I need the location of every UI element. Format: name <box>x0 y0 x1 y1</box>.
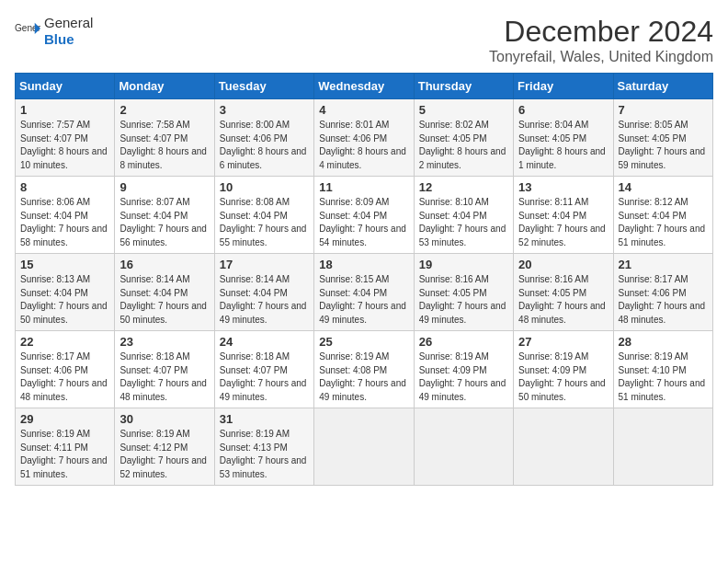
day-number: 6 <box>518 103 608 117</box>
day-content: Sunrise: 8:19 AMSunset: 4:10 PMDaylight:… <box>619 350 708 404</box>
calendar-day-cell: 8Sunrise: 8:06 AMSunset: 4:04 PMDaylight… <box>16 177 115 254</box>
calendar-day-cell: 23Sunrise: 8:18 AMSunset: 4:07 PMDayligh… <box>115 331 214 408</box>
logo-blue-text: Blue <box>44 31 74 47</box>
day-of-week-header: Monday <box>115 74 214 99</box>
calendar-day-cell: 2Sunrise: 7:58 AMSunset: 4:07 PMDaylight… <box>115 99 214 177</box>
month-title: December 2024 <box>489 15 713 49</box>
day-number: 24 <box>220 335 309 349</box>
calendar-day-cell: 6Sunrise: 8:04 AMSunset: 4:05 PMDaylight… <box>514 99 613 177</box>
day-content: Sunrise: 8:10 AMSunset: 4:04 PMDaylight:… <box>419 196 508 249</box>
empty-cell <box>514 408 613 486</box>
day-number: 30 <box>119 412 209 426</box>
day-number: 19 <box>419 258 508 271</box>
day-number: 5 <box>419 103 508 117</box>
day-number: 27 <box>518 335 608 349</box>
day-number: 13 <box>518 180 608 194</box>
day-content: Sunrise: 8:04 AMSunset: 4:05 PMDaylight:… <box>518 119 608 172</box>
logo-general-text: General <box>44 15 93 30</box>
calendar-day-cell: 30Sunrise: 8:19 AMSunset: 4:12 PMDayligh… <box>115 408 214 486</box>
day-number: 29 <box>20 412 109 426</box>
day-number: 10 <box>220 180 309 194</box>
empty-cell <box>414 408 513 486</box>
calendar-day-cell: 25Sunrise: 8:19 AMSunset: 4:08 PMDayligh… <box>314 331 414 408</box>
day-number: 23 <box>119 335 209 349</box>
location-subtitle: Tonyrefail, Wales, United Kingdom <box>489 49 713 65</box>
day-number: 3 <box>220 103 309 117</box>
day-number: 28 <box>619 335 708 349</box>
day-content: Sunrise: 8:14 AMSunset: 4:04 PMDaylight:… <box>119 273 209 327</box>
day-number: 17 <box>220 258 309 271</box>
day-number: 2 <box>119 103 209 117</box>
calendar-day-cell: 28Sunrise: 8:19 AMSunset: 4:10 PMDayligh… <box>613 331 712 408</box>
day-content: Sunrise: 8:14 AMSunset: 4:04 PMDaylight:… <box>220 273 309 327</box>
day-content: Sunrise: 8:17 AMSunset: 4:06 PMDaylight:… <box>20 350 109 404</box>
day-number: 26 <box>419 335 508 349</box>
calendar-day-cell: 1Sunrise: 7:57 AMSunset: 4:07 PMDaylight… <box>16 99 115 177</box>
calendar-day-cell: 10Sunrise: 8:08 AMSunset: 4:04 PMDayligh… <box>214 177 313 254</box>
calendar-day-cell: 3Sunrise: 8:00 AMSunset: 4:06 PMDaylight… <box>214 99 313 177</box>
day-of-week-header: Friday <box>514 74 613 99</box>
calendar-day-cell: 20Sunrise: 8:16 AMSunset: 4:05 PMDayligh… <box>514 254 613 331</box>
day-content: Sunrise: 7:57 AMSunset: 4:07 PMDaylight:… <box>20 119 109 172</box>
calendar-day-cell: 13Sunrise: 8:11 AMSunset: 4:04 PMDayligh… <box>514 177 613 254</box>
page-header: General General Blue December 2024 Tonyr… <box>15 15 713 65</box>
day-content: Sunrise: 8:19 AMSunset: 4:11 PMDaylight:… <box>20 428 109 481</box>
day-content: Sunrise: 8:01 AMSunset: 4:06 PMDaylight:… <box>319 119 408 172</box>
calendar-day-cell: 4Sunrise: 8:01 AMSunset: 4:06 PMDaylight… <box>314 99 414 177</box>
day-content: Sunrise: 8:19 AMSunset: 4:12 PMDaylight:… <box>119 428 209 481</box>
calendar-day-cell: 19Sunrise: 8:16 AMSunset: 4:05 PMDayligh… <box>414 254 513 331</box>
day-of-week-header: Sunday <box>16 74 115 99</box>
day-number: 22 <box>20 335 109 349</box>
day-content: Sunrise: 8:02 AMSunset: 4:05 PMDaylight:… <box>419 119 508 172</box>
calendar-day-cell: 16Sunrise: 8:14 AMSunset: 4:04 PMDayligh… <box>115 254 214 331</box>
day-of-week-header: Saturday <box>613 74 712 99</box>
calendar-day-cell: 15Sunrise: 8:13 AMSunset: 4:04 PMDayligh… <box>16 254 115 331</box>
day-number: 11 <box>319 180 408 194</box>
day-of-week-header: Tuesday <box>214 74 313 99</box>
day-content: Sunrise: 8:07 AMSunset: 4:04 PMDaylight:… <box>119 196 209 249</box>
calendar-day-cell: 21Sunrise: 8:17 AMSunset: 4:06 PMDayligh… <box>613 254 712 331</box>
day-content: Sunrise: 8:09 AMSunset: 4:04 PMDaylight:… <box>319 196 408 249</box>
day-content: Sunrise: 8:16 AMSunset: 4:05 PMDaylight:… <box>518 273 608 327</box>
title-block: December 2024 Tonyrefail, Wales, United … <box>489 15 713 65</box>
day-content: Sunrise: 8:00 AMSunset: 4:06 PMDaylight:… <box>220 119 309 172</box>
day-number: 15 <box>20 258 109 271</box>
calendar-day-cell: 5Sunrise: 8:02 AMSunset: 4:05 PMDaylight… <box>414 99 513 177</box>
day-content: Sunrise: 8:06 AMSunset: 4:04 PMDaylight:… <box>20 196 109 249</box>
calendar-day-cell: 9Sunrise: 8:07 AMSunset: 4:04 PMDaylight… <box>115 177 214 254</box>
day-content: Sunrise: 8:19 AMSunset: 4:13 PMDaylight:… <box>220 428 309 481</box>
calendar-day-cell: 29Sunrise: 8:19 AMSunset: 4:11 PMDayligh… <box>16 408 115 486</box>
day-number: 16 <box>119 258 209 271</box>
day-number: 1 <box>20 103 109 117</box>
day-of-week-header: Thursday <box>414 74 513 99</box>
day-content: Sunrise: 8:12 AMSunset: 4:04 PMDaylight:… <box>619 196 708 249</box>
day-content: Sunrise: 7:58 AMSunset: 4:07 PMDaylight:… <box>119 119 209 172</box>
calendar-day-cell: 26Sunrise: 8:19 AMSunset: 4:09 PMDayligh… <box>414 331 513 408</box>
calendar-day-cell: 17Sunrise: 8:14 AMSunset: 4:04 PMDayligh… <box>214 254 313 331</box>
day-number: 7 <box>619 103 708 117</box>
day-content: Sunrise: 8:08 AMSunset: 4:04 PMDaylight:… <box>220 196 309 249</box>
calendar-day-cell: 7Sunrise: 8:05 AMSunset: 4:05 PMDaylight… <box>613 99 712 177</box>
calendar-day-cell: 24Sunrise: 8:18 AMSunset: 4:07 PMDayligh… <box>214 331 313 408</box>
day-number: 4 <box>319 103 408 117</box>
day-content: Sunrise: 8:19 AMSunset: 4:09 PMDaylight:… <box>419 350 508 404</box>
day-content: Sunrise: 8:13 AMSunset: 4:04 PMDaylight:… <box>20 273 109 327</box>
calendar-day-cell: 18Sunrise: 8:15 AMSunset: 4:04 PMDayligh… <box>314 254 414 331</box>
calendar-day-cell: 14Sunrise: 8:12 AMSunset: 4:04 PMDayligh… <box>613 177 712 254</box>
calendar-day-cell: 27Sunrise: 8:19 AMSunset: 4:09 PMDayligh… <box>514 331 613 408</box>
logo-icon: General <box>15 21 40 41</box>
day-number: 21 <box>619 258 708 271</box>
day-number: 9 <box>119 180 209 194</box>
day-content: Sunrise: 8:05 AMSunset: 4:05 PMDaylight:… <box>619 119 708 172</box>
day-number: 8 <box>20 180 109 194</box>
calendar-day-cell: 22Sunrise: 8:17 AMSunset: 4:06 PMDayligh… <box>16 331 115 408</box>
day-number: 25 <box>319 335 408 349</box>
day-content: Sunrise: 8:11 AMSunset: 4:04 PMDaylight:… <box>518 196 608 249</box>
calendar-day-cell: 11Sunrise: 8:09 AMSunset: 4:04 PMDayligh… <box>314 177 414 254</box>
day-number: 20 <box>518 258 608 271</box>
day-content: Sunrise: 8:16 AMSunset: 4:05 PMDaylight:… <box>419 273 508 327</box>
empty-cell <box>613 408 712 486</box>
day-content: Sunrise: 8:18 AMSunset: 4:07 PMDaylight:… <box>119 350 209 404</box>
empty-cell <box>314 408 414 486</box>
day-number: 12 <box>419 180 508 194</box>
